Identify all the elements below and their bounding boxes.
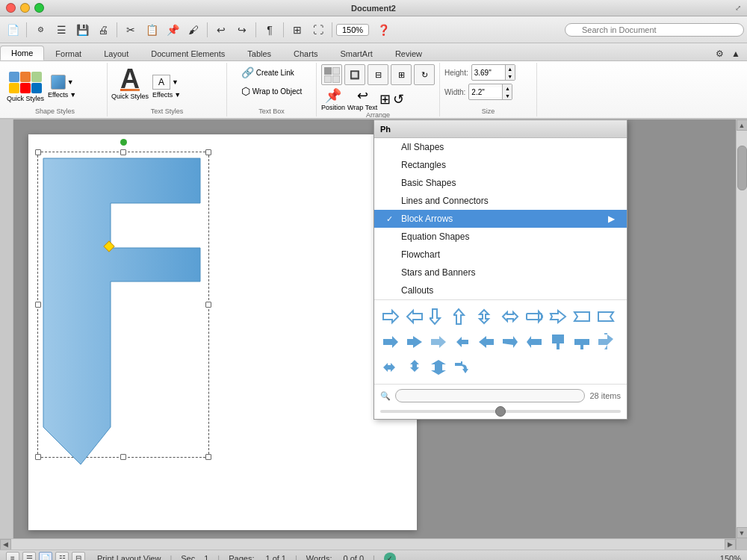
toolbar-customize-btn[interactable]: ⚙: [31, 20, 50, 40]
width-up-btn[interactable]: ▲: [503, 84, 512, 92]
rotate-handle[interactable]: [120, 139, 127, 146]
scroll-down-btn[interactable]: ▼: [737, 527, 748, 538]
height-down-btn[interactable]: ▼: [506, 72, 515, 80]
minimize-button[interactable]: [20, 3, 30, 13]
tab-format[interactable]: Format: [44, 46, 93, 60]
ribbon-hide-icon[interactable]: ▲: [729, 47, 743, 60]
menu-item-rectangles[interactable]: Rectangles: [374, 156, 627, 174]
shape-icon-12[interactable]: [404, 332, 425, 352]
menu-item-stars-banners[interactable]: Stars and Banners: [374, 264, 627, 281]
arrange-rotate-btn[interactable]: ↻: [414, 64, 435, 85]
shape-icon-2[interactable]: [404, 306, 425, 327]
tab-home[interactable]: Home: [0, 46, 44, 60]
shape-icon-22[interactable]: [404, 357, 425, 378]
shape-fill-btn[interactable]: ▼: [51, 75, 74, 90]
toolbar-print-btn[interactable]: 🖨: [93, 20, 113, 40]
create-link-btn[interactable]: 🔗 Create Link: [238, 64, 298, 81]
scroll-thumb[interactable]: [737, 146, 747, 190]
search-input[interactable]: [565, 23, 744, 37]
tab-tables[interactable]: Tables: [236, 46, 282, 60]
ribbon-gear-icon[interactable]: ⚙: [713, 47, 726, 60]
block-arrow-shape[interactable]: [36, 151, 215, 464]
shape-icon-11[interactable]: [380, 332, 401, 352]
shape-icon-10[interactable]: [595, 306, 616, 327]
quick-styles-text-btn[interactable]: A Quick Styles: [111, 66, 149, 108]
text-color-dropdown[interactable]: ▼: [172, 78, 179, 86]
zoom-input[interactable]: 150%: [336, 24, 369, 36]
shape-icon-9[interactable]: [571, 306, 592, 327]
shape-icon-23[interactable]: [428, 357, 449, 378]
tab-layout[interactable]: Layout: [93, 46, 140, 60]
quick-styles-shape-btn[interactable]: Quick Styles: [6, 66, 45, 108]
toolbar-brush-btn[interactable]: 🖌: [184, 20, 203, 40]
shape-effects-btn[interactable]: Effects ▼: [48, 91, 76, 99]
text-effects-btn[interactable]: Effects ▼: [152, 91, 181, 99]
arrange-layer-btn[interactable]: 🔲: [344, 64, 365, 85]
shape-icon-1[interactable]: [380, 306, 401, 327]
toolbar-fullscreen-btn[interactable]: ⛶: [309, 20, 328, 40]
shape-icon-4[interactable]: [452, 306, 473, 327]
wrap-to-object-btn[interactable]: ⬡ Wrap to Object: [238, 83, 306, 99]
height-input[interactable]: [472, 68, 505, 78]
toolbar-pilcrow-btn[interactable]: ¶: [260, 20, 279, 40]
shape-icon-18[interactable]: [548, 332, 568, 352]
toolbar-layout-btn[interactable]: ⊞: [288, 20, 307, 40]
toolbar-undo-btn[interactable]: ↩: [211, 20, 231, 40]
scroll-up-btn[interactable]: ▲: [737, 119, 748, 131]
menu-item-equation-shapes[interactable]: Equation Shapes: [374, 228, 627, 246]
shape-icon-21[interactable]: [380, 357, 401, 378]
menu-item-block-arrows[interactable]: ✓ Block Arrows ▶: [374, 210, 627, 228]
toolbar-new-btn[interactable]: 📄: [3, 20, 22, 40]
shape-icon-19[interactable]: [571, 332, 592, 352]
arrange-grid-btn[interactable]: [321, 64, 342, 85]
shape-icon-8[interactable]: [548, 306, 568, 327]
toolbar-view-btn[interactable]: ☰: [52, 20, 71, 40]
window-expand-icon[interactable]: ⤢: [735, 4, 741, 12]
height-up-btn[interactable]: ▲: [506, 65, 515, 72]
arrange-group-btn[interactable]: ⊞: [391, 64, 412, 85]
shape-icon-6[interactable]: [500, 306, 521, 327]
size-slider[interactable]: [380, 410, 621, 413]
tab-charts[interactable]: Charts: [282, 46, 329, 60]
menu-item-flowchart[interactable]: Flowchart: [374, 246, 627, 264]
view-list-btn[interactable]: ≡: [6, 552, 19, 561]
view-publish-btn[interactable]: ☷: [55, 552, 69, 561]
arrange-more-btn[interactable]: ⊞: [379, 91, 391, 108]
shape-icon-13[interactable]: [428, 332, 449, 352]
menu-item-all-shapes[interactable]: All Shapes: [374, 138, 627, 156]
width-down-btn[interactable]: ▼: [503, 92, 512, 99]
tab-document-elements[interactable]: Document Elements: [140, 46, 236, 60]
view-outline-btn[interactable]: ☰: [22, 552, 36, 561]
shape-icon-20[interactable]: [595, 332, 616, 352]
toolbar-redo-btn[interactable]: ↪: [232, 20, 252, 40]
toolbar-paste-btn[interactable]: 📌: [163, 20, 182, 40]
shape-icon-16[interactable]: [500, 332, 521, 352]
document-page[interactable]: [28, 134, 417, 530]
tab-smartart[interactable]: SmartArt: [329, 46, 383, 60]
view-page-btn[interactable]: 📄: [39, 552, 52, 561]
text-color-btn[interactable]: A: [152, 75, 170, 90]
view-draft-btn[interactable]: ⊟: [72, 552, 85, 561]
maximize-button[interactable]: [34, 3, 44, 13]
width-input[interactable]: [469, 87, 502, 97]
shape-icon-5[interactable]: [476, 306, 497, 327]
panel-search-input[interactable]: [395, 389, 585, 402]
tab-review[interactable]: Review: [384, 46, 433, 60]
arrange-spin-btn[interactable]: ↺: [393, 91, 404, 108]
shape-icon-3[interactable]: [428, 306, 449, 327]
menu-item-callouts[interactable]: Callouts: [374, 281, 627, 299]
toolbar-help-btn[interactable]: ❓: [374, 20, 393, 40]
menu-item-lines-connectors[interactable]: Lines and Connectors: [374, 192, 627, 210]
menu-item-basic-shapes[interactable]: Basic Shapes: [374, 174, 627, 192]
position-btn[interactable]: 📌 Position: [321, 87, 345, 111]
shape-icon-24[interactable]: [452, 357, 473, 378]
shape-icon-14[interactable]: [452, 332, 473, 352]
shape-icon-17[interactable]: [524, 332, 545, 352]
scroll-left-btn[interactable]: ◀: [0, 539, 11, 550]
scroll-right-btn[interactable]: ▶: [725, 539, 736, 550]
close-button[interactable]: [6, 3, 16, 13]
toolbar-copy-btn[interactable]: 📋: [142, 20, 161, 40]
shape-icon-15[interactable]: [476, 332, 497, 352]
wrap-text-btn[interactable]: ↩ Wrap Text: [347, 87, 377, 111]
toolbar-save-btn[interactable]: 💾: [72, 20, 92, 40]
